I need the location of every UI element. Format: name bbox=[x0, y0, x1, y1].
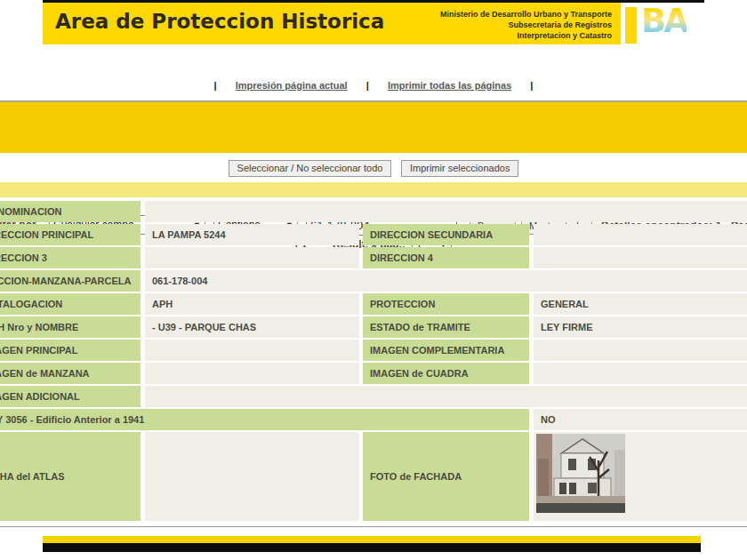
field-label: FOTO de FACHADA bbox=[363, 432, 529, 521]
field-label: IMAGEN COMPLEMENTARIA bbox=[363, 340, 529, 361]
field-label: ESTADO de TRAMITE bbox=[363, 316, 529, 338]
field-label: SECCION-MANZANA-PARCELA bbox=[0, 270, 141, 292]
page-title: Area de Proteccion Historica bbox=[55, 10, 384, 33]
bottom-divider-line bbox=[0, 526, 747, 527]
table-row: APH Nro y NOMBRE - U39 - PARQUE CHAS EST… bbox=[0, 316, 747, 338]
table-row: SECCION-MANZANA-PARCELA 061-178-004 bbox=[0, 270, 747, 292]
separator: | bbox=[530, 80, 533, 91]
select-all-button[interactable]: Seleccionar / No seleccionar todo bbox=[229, 160, 392, 177]
print-selected-button[interactable]: Imprimir seleccionados bbox=[401, 160, 518, 177]
field-label: DENOMINACION bbox=[0, 201, 141, 222]
field-label: IMAGEN PRINCIPAL bbox=[0, 340, 141, 361]
field-label: LEY 3056 - Edificio Anterior a 1941 bbox=[0, 409, 529, 430]
table-row: CATALOGACION APH PROTECCION GENERAL bbox=[0, 293, 747, 315]
header-band: Area de Proteccion Historica Ministerio … bbox=[43, 3, 621, 44]
actions-row: Seleccionar / No seleccionar todo Imprim… bbox=[0, 159, 747, 177]
field-value: GENERAL bbox=[534, 293, 747, 315]
separator: | bbox=[366, 80, 369, 91]
field-value bbox=[145, 340, 359, 361]
record-detail-table: DENOMINACION DIRECCION PRINCIPAL LA PAMP… bbox=[0, 201, 747, 523]
field-label: IMAGEN de MANZANA bbox=[0, 363, 141, 384]
field-value bbox=[145, 386, 747, 407]
field-label: PROTECCION bbox=[363, 293, 529, 315]
field-label: APH Nro y NOMBRE bbox=[0, 316, 141, 338]
field-value: NO bbox=[534, 409, 747, 430]
table-row: DIRECCION 3 DIRECCION 4 bbox=[0, 247, 747, 268]
table-row: IMAGEN PRINCIPAL IMAGEN COMPLEMENTARIA bbox=[0, 340, 747, 361]
field-value bbox=[145, 201, 747, 222]
field-value bbox=[145, 363, 359, 384]
field-label: IMAGEN ADICIONAL bbox=[0, 386, 141, 407]
field-value bbox=[534, 363, 747, 384]
table-row: DENOMINACION bbox=[0, 201, 747, 222]
field-value: - U39 - PARQUE CHAS bbox=[145, 316, 359, 338]
table-row: IMAGEN ADICIONAL bbox=[0, 386, 747, 407]
print-links-row: | Impresión página actual | Imprimir tod… bbox=[0, 80, 747, 91]
ba-logo: BA bbox=[641, 2, 687, 40]
field-label: CATALOGACION bbox=[0, 293, 141, 315]
table-header-band bbox=[0, 182, 747, 197]
field-value: LA PAMPA 5244 bbox=[145, 224, 359, 245]
table-row: FICHA del ATLAS FOTO de FACHADA bbox=[0, 432, 747, 521]
field-label: DIRECCION 4 bbox=[363, 247, 529, 268]
table-row: LEY 3056 - Edificio Anterior a 1941 NO bbox=[0, 409, 747, 430]
field-value bbox=[145, 247, 359, 268]
field-label: DIRECCION PRINCIPAL bbox=[0, 224, 141, 245]
ministry-line-3: Interpretacion y Catastro bbox=[381, 30, 612, 41]
field-value bbox=[534, 224, 747, 245]
ministry-text: Ministerio de Desarrollo Urbano y Transp… bbox=[381, 9, 612, 41]
field-label: IMAGEN de CUADRA bbox=[363, 363, 529, 384]
print-current-page-link[interactable]: Impresión página actual bbox=[236, 80, 348, 91]
field-label: DIRECCION SECUNDARIA bbox=[363, 224, 529, 245]
field-value: 061-178-004 bbox=[145, 270, 747, 292]
field-value bbox=[534, 340, 747, 361]
table-row: DIRECCION PRINCIPAL LA PAMPA 5244 DIRECC… bbox=[0, 224, 747, 245]
field-value bbox=[145, 432, 359, 521]
print-all-pages-link[interactable]: Imprimir todas las páginas bbox=[388, 80, 511, 91]
ba-logo-bar bbox=[625, 7, 637, 44]
field-value: APH bbox=[145, 293, 359, 315]
separator: | bbox=[214, 80, 217, 91]
ministry-line-1: Ministerio de Desarrollo Urbano y Transp… bbox=[381, 9, 612, 20]
table-row: IMAGEN de MANZANA IMAGEN de CUADRA bbox=[0, 363, 747, 384]
search-toolbar: Consultar por Cualquier campo ▼ Contiene… bbox=[0, 102, 747, 153]
field-value bbox=[534, 432, 747, 521]
field-label: FICHA del ATLAS bbox=[0, 432, 141, 521]
field-value bbox=[534, 247, 747, 268]
footer-black-bar bbox=[43, 543, 701, 552]
field-value: LEY FIRME bbox=[534, 316, 747, 338]
facade-photo bbox=[536, 434, 625, 513]
footer-yellow-bar bbox=[43, 536, 701, 543]
field-label: DIRECCION 3 bbox=[0, 247, 141, 268]
ministry-line-2: Subsecretaria de Registros bbox=[381, 20, 612, 30]
